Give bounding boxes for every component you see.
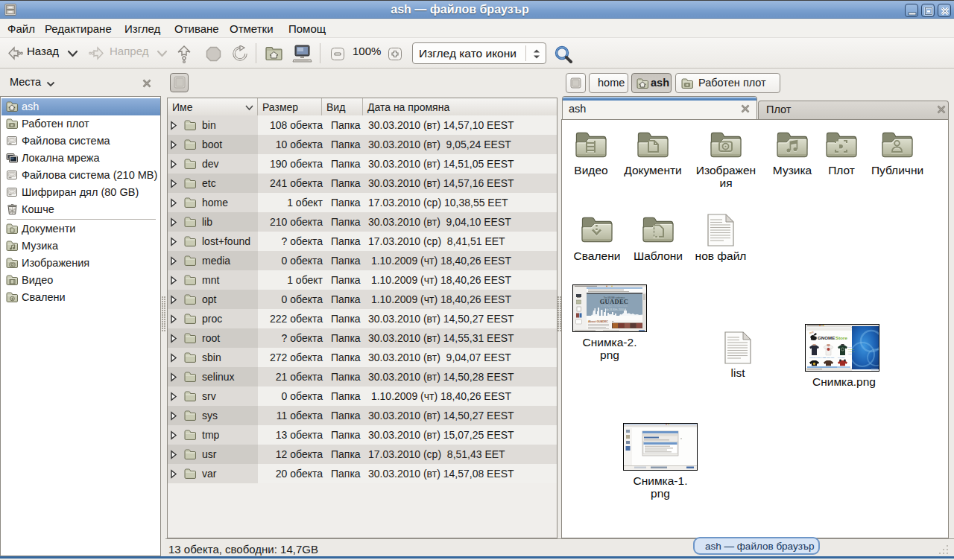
svg-text:GNOME: GNOME [818, 335, 835, 340]
svg-text:GUADEC shirt: GUADEC shirt [824, 357, 834, 358]
svg-text:About GUADEC: About GUADEC [588, 320, 608, 323]
svg-text:Store: Store [835, 335, 847, 340]
svg-text:Caps: Caps [848, 353, 853, 355]
svg-text:July 24-30th, 2010: July 24-30th, 2010 [604, 308, 624, 311]
svg-text:in The Hague, The Netherlands: in The Hague, The Netherlands [601, 305, 628, 308]
svg-text:GUADEC: GUADEC [600, 298, 629, 305]
svg-text:Foot shirt: Foot shirt [838, 357, 845, 358]
